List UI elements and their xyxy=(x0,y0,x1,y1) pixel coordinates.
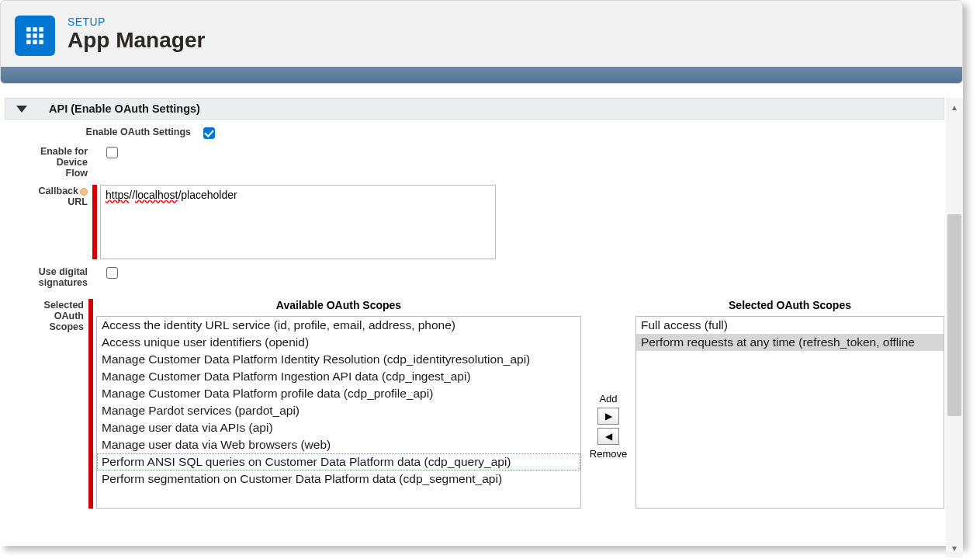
available-scopes-listbox[interactable]: Access the identity URL service (id, pro… xyxy=(96,316,581,509)
add-button[interactable]: ▶ xyxy=(597,408,619,425)
required-indicator xyxy=(92,185,97,259)
remove-label: Remove xyxy=(590,448,627,460)
available-scope-option[interactable]: Access the identity URL service (id, pro… xyxy=(97,317,580,334)
remove-button[interactable]: ◀ xyxy=(597,428,619,445)
enable-oauth-checkbox[interactable] xyxy=(203,127,215,139)
page-title: App Manager xyxy=(68,28,205,53)
available-scope-option[interactable]: Manage Customer Data Platform Ingestion … xyxy=(97,368,580,385)
decorative-band xyxy=(0,67,963,84)
use-digital-signatures-label: Use digital signatures xyxy=(5,266,92,288)
svg-rect-2 xyxy=(39,27,43,31)
available-scope-option[interactable]: Manage user data via Web browsers (web) xyxy=(97,436,580,453)
available-scope-option[interactable]: Manage Pardot services (pardot_api) xyxy=(97,402,580,419)
available-scope-option[interactable]: Manage user data via APIs (api) xyxy=(97,419,580,436)
page-scrollbar[interactable]: ▴ ▾ xyxy=(946,98,963,557)
svg-rect-7 xyxy=(33,40,36,43)
selected-scope-option[interactable]: Perform requests at any time (refresh_to… xyxy=(636,334,944,351)
section-header-api-oauth[interactable]: API (Enable OAuth Settings) xyxy=(5,98,944,120)
svg-rect-1 xyxy=(33,27,36,31)
svg-rect-3 xyxy=(26,33,30,37)
selected-scope-option[interactable]: Full access (full) xyxy=(636,317,944,334)
section-title: API (Enable OAuth Settings) xyxy=(49,102,200,115)
svg-rect-4 xyxy=(33,33,36,37)
selected-scopes-title: Selected OAuth Scopes xyxy=(635,299,944,311)
enable-device-flow-label: Enable for Device Flow xyxy=(5,145,92,179)
scroll-down-icon[interactable]: ▾ xyxy=(946,539,963,557)
selected-oauth-scopes-label: Selected OAuth Scopes xyxy=(5,299,88,509)
apps-grid-icon xyxy=(15,16,55,56)
available-scope-option[interactable]: Manage Customer Data Platform Identity R… xyxy=(97,351,580,368)
svg-rect-8 xyxy=(39,40,43,43)
available-scope-option[interactable]: Perform segmentation on Customer Data Pl… xyxy=(97,470,580,488)
svg-rect-5 xyxy=(39,33,43,37)
available-scopes-title: Available OAuth Scopes xyxy=(96,299,581,311)
add-label: Add xyxy=(599,393,617,404)
available-scope-option[interactable]: Manage Customer Data Platform profile da… xyxy=(97,385,580,402)
chevron-down-icon xyxy=(16,106,27,113)
available-scope-option[interactable]: Perform ANSI SQL queries on Customer Dat… xyxy=(97,453,580,470)
callback-url-label: Callback URL xyxy=(5,185,92,259)
svg-rect-6 xyxy=(26,40,30,43)
setup-header: SETUP App Manager xyxy=(0,0,963,67)
callback-url-input[interactable]: https//localhost/placeholder xyxy=(100,185,496,259)
help-icon[interactable] xyxy=(80,188,88,196)
selected-scopes-listbox[interactable]: Full access (full)Perform requests at an… xyxy=(635,316,944,509)
enable-device-flow-checkbox[interactable] xyxy=(106,147,118,158)
scroll-thumb[interactable] xyxy=(947,214,961,416)
svg-rect-0 xyxy=(26,27,30,31)
available-scope-option[interactable]: Access unique user identifiers (openid) xyxy=(97,334,580,351)
breadcrumb[interactable]: SETUP xyxy=(68,16,205,28)
use-digital-signatures-checkbox[interactable] xyxy=(106,267,118,279)
required-indicator xyxy=(88,299,93,509)
scroll-up-icon[interactable]: ▴ xyxy=(946,98,963,116)
enable-oauth-label: Enable OAuth Settings xyxy=(5,126,196,139)
